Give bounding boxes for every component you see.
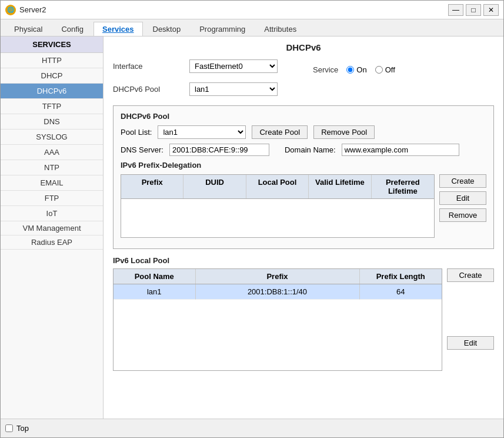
bottom-bar: Top — [1, 419, 503, 437]
prefix-edit-button[interactable]: Edit — [439, 191, 486, 205]
interface-select[interactable]: FastEthernet0 — [189, 59, 278, 73]
sidebar-item-http[interactable]: HTTP — [1, 53, 103, 68]
tab-bar: Physical Config Services Desktop Program… — [1, 19, 503, 36]
dns-server-label: DNS Server: — [121, 145, 163, 154]
sidebar-item-ntp[interactable]: NTP — [1, 160, 103, 175]
sidebar-item-syslog[interactable]: SYSLOG — [1, 130, 103, 145]
local-pool-edit-button[interactable]: Edit — [447, 336, 494, 350]
service-on-text: On — [356, 65, 366, 74]
local-pool-table-area: Pool Name Prefix Prefix Length lan1 2001… — [113, 268, 494, 376]
preferred-lifetime-col-header: Preferred Lifetime — [372, 175, 434, 198]
minimize-button[interactable]: — — [448, 4, 463, 16]
local-pool-table-header: Pool Name Prefix Prefix Length — [114, 269, 442, 284]
pool-prefix-length-col-header: Prefix Length — [360, 269, 442, 284]
sidebar-item-vm-management[interactable]: VM Management — [1, 221, 103, 235]
tab-physical[interactable]: Physical — [5, 22, 51, 36]
window-controls: — □ ✕ — [448, 4, 499, 16]
dhcpv6-pool-select[interactable]: lan1 — [189, 82, 278, 96]
service-label: Service — [313, 65, 338, 74]
main-area: SERVICES HTTP DHCP DHCPv6 TFTP DNS SYSLO… — [1, 36, 503, 419]
pool-prefix-length-cell: 64 — [360, 284, 442, 300]
sidebar-item-tftp[interactable]: TFTP — [1, 99, 103, 114]
pool-list-row: Pool List: lan1 Create Pool Remove Pool — [121, 125, 486, 139]
sidebar-item-aaa[interactable]: AAA — [1, 145, 103, 160]
sidebar: SERVICES HTTP DHCP DHCPv6 TFTP DNS SYSLO… — [1, 36, 104, 419]
pool-name-col-header: Pool Name — [114, 269, 196, 284]
interface-label: Interface — [113, 62, 183, 71]
content-area: DHCPv6 Interface FastEthernet0 DHCPv6 Po… — [104, 36, 503, 419]
sidebar-header: SERVICES — [1, 36, 103, 53]
prefix-col-header: Prefix — [121, 175, 183, 198]
local-pool-table-empty-area — [114, 300, 442, 370]
pool-list-select[interactable]: lan1 — [158, 125, 246, 139]
prefix-side-buttons: Create Edit Remove — [439, 174, 486, 222]
close-button[interactable]: ✕ — [483, 4, 499, 16]
remove-pool-button[interactable]: Remove Pool — [313, 125, 375, 139]
ipv6-local-pool-section: IPv6 Local Pool Pool Name Prefix Prefix … — [113, 256, 494, 376]
domain-name-input[interactable]: www.example.com — [342, 144, 459, 156]
sidebar-item-dhcp[interactable]: DHCP — [1, 68, 103, 84]
sidebar-item-ftp[interactable]: FTP — [1, 191, 103, 206]
tab-services[interactable]: Services — [94, 22, 143, 36]
sidebar-item-dns[interactable]: DNS — [1, 114, 103, 130]
window-title: Server2 — [19, 5, 46, 14]
pool-prefix-cell: 2001:DB8:1::1/40 — [196, 284, 360, 300]
service-off-label[interactable]: Off — [375, 65, 395, 74]
tab-desktop[interactable]: Desktop — [144, 22, 190, 36]
prefix-remove-button[interactable]: Remove — [439, 208, 486, 222]
sidebar-item-iot[interactable]: IoT — [1, 206, 103, 221]
dhcpv6-pool-label: DHCPv6 Pool — [113, 85, 183, 94]
sidebar-item-email[interactable]: EMAIL — [1, 175, 103, 191]
dhcpv6pool-row: DHCPv6 Pool lan1 — [113, 82, 278, 96]
dns-server-input[interactable]: 2001:DB8:CAFE:9::99 — [169, 144, 269, 156]
tab-attributes[interactable]: Attributes — [255, 22, 305, 36]
service-on-label[interactable]: On — [346, 65, 366, 74]
interface-row: Interface FastEthernet0 — [113, 59, 278, 73]
prefix-create-button[interactable]: Create — [439, 174, 486, 188]
sidebar-scroll: HTTP DHCP DHCPv6 TFTP DNS SYSLOG AAA NTP… — [1, 53, 103, 419]
dns-domain-row: DNS Server: 2001:DB8:CAFE:9::99 Domain N… — [121, 144, 486, 156]
service-off-radio[interactable] — [375, 66, 383, 74]
app-icon: 🌐 — [5, 5, 16, 15]
pool-prefix-col-header: Prefix — [196, 269, 360, 284]
title-bar: 🌐 Server2 — □ ✕ — [1, 1, 503, 19]
local-pool-table: Pool Name Prefix Prefix Length lan1 2001… — [113, 268, 442, 371]
ipv6-local-pool-title: IPv6 Local Pool — [113, 256, 494, 265]
prefix-table-body — [121, 199, 434, 237]
pool-name-cell: lan1 — [114, 284, 196, 300]
local-pool-row-0[interactable]: lan1 2001:DB8:1::1/40 64 — [114, 284, 442, 300]
dhcpv6-pool-section-title: DHCPv6 Pool — [121, 112, 486, 121]
service-radio-group: On Off — [346, 65, 395, 74]
duid-col-header: DUID — [183, 175, 246, 198]
top-checkbox[interactable] — [5, 424, 13, 432]
valid-lifetime-col-header: Valid Lifetime — [309, 175, 371, 198]
localpool-col-header: Local Pool — [246, 175, 309, 198]
local-pool-side-buttons: Create Edit — [447, 268, 494, 350]
top-label: Top — [16, 424, 29, 433]
prefix-delegation-table: Prefix DUID Local Pool Valid Lifetime Pr… — [121, 174, 435, 238]
domain-name-label: Domain Name: — [285, 145, 336, 154]
main-window: 🌐 Server2 — □ ✕ Physical Config Services… — [0, 0, 504, 438]
dhcpv6-pool-section: DHCPv6 Pool Pool List: lan1 Create Pool … — [113, 105, 494, 249]
ipv6-prefix-section-title: IPv6 Prefix-Delegation — [121, 161, 486, 170]
pool-list-label: Pool List: — [121, 128, 152, 137]
tab-programming[interactable]: Programming — [191, 22, 254, 36]
service-off-text: Off — [385, 65, 395, 74]
create-pool-button[interactable]: Create Pool — [252, 125, 308, 139]
service-on-radio[interactable] — [346, 66, 354, 74]
maximize-button[interactable]: □ — [466, 4, 481, 16]
tab-config[interactable]: Config — [52, 22, 92, 36]
sidebar-item-radius-eap[interactable]: Radius EAP — [1, 235, 103, 250]
page-title: DHCPv6 — [113, 42, 494, 52]
sidebar-item-dhcpv6[interactable]: DHCPv6 — [1, 84, 103, 99]
prefix-table-area: Prefix DUID Local Pool Valid Lifetime Pr… — [121, 174, 486, 243]
local-pool-create-button[interactable]: Create — [447, 268, 494, 282]
prefix-table-header: Prefix DUID Local Pool Valid Lifetime Pr… — [121, 175, 434, 199]
